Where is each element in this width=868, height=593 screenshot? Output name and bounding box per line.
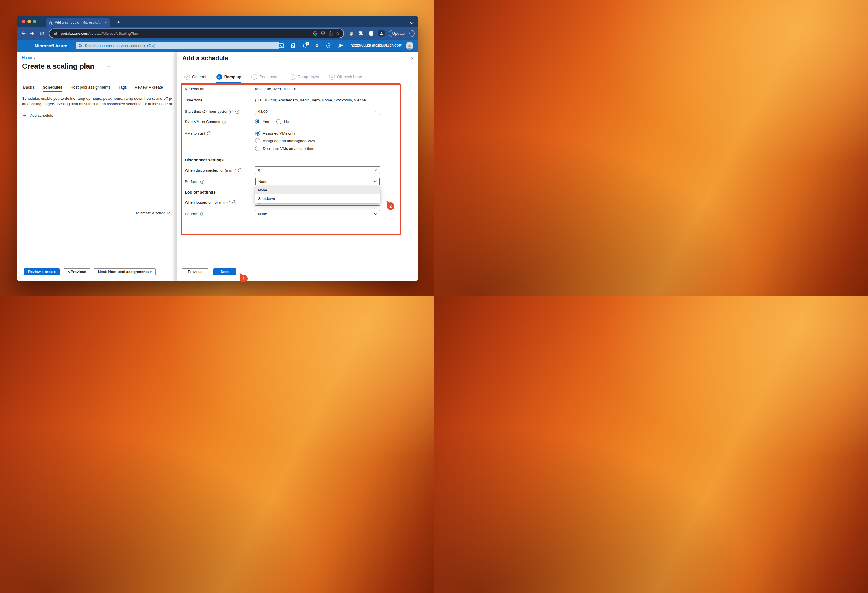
info-icon[interactable]: i	[222, 120, 226, 124]
radio-icon	[276, 119, 281, 124]
azure-brand[interactable]: Microsoft Azure	[34, 43, 67, 48]
browser-window: Add a schedule - Microsoft Azu × + porta…	[17, 16, 418, 281]
perform-disconnect-dropdown[interactable]: None	[255, 178, 380, 185]
step-done-check-icon: ✓	[184, 74, 190, 80]
back-icon[interactable]	[20, 31, 26, 36]
browser-toolbar: portal.azure.com /#create/Microsoft.Scal…	[17, 27, 418, 40]
tab-basics[interactable]: Basics	[23, 85, 35, 92]
breadcrumb-home-link[interactable]: Home	[22, 55, 32, 60]
step-off-peak-hours[interactable]: 5 Off-peak hours	[329, 74, 363, 83]
vms-assigned-unassigned-radio[interactable]: Assigned and unassigned VMs	[255, 138, 315, 143]
tab-schedules[interactable]: Schedules	[43, 85, 62, 92]
tab-review-create[interactable]: Review + create	[134, 85, 163, 92]
when-disconnected-input[interactable]	[255, 167, 380, 174]
help-icon[interactable]: ?	[326, 43, 331, 48]
vms-dont-turn-on-radio[interactable]: Don't turn VMs on at start time	[255, 146, 314, 151]
account-name[interactable]: ROZEMULLER (ROZEMULLER.COM)	[351, 44, 402, 47]
wizard-steps: ✓ General 2 Ramp-up 3 Peak hours 4 Ramp-…	[184, 74, 363, 83]
share-icon[interactable]	[328, 31, 333, 36]
account-avatar[interactable]	[406, 42, 413, 50]
schedules-description-line1: Schedules enable you to define ramp-up h…	[22, 96, 172, 101]
start-vm-yes-radio[interactable]: Yes	[255, 119, 269, 124]
forward-icon[interactable]	[30, 31, 35, 36]
step-general[interactable]: ✓ General	[184, 74, 206, 83]
info-icon[interactable]: i	[200, 180, 204, 184]
panel-next-button[interactable]: Next	[213, 268, 236, 275]
tab-title: Add a schedule - Microsoft Azu	[55, 21, 103, 25]
cloud-shell-icon[interactable]	[279, 43, 284, 48]
notifications-bell-icon[interactable]: 1	[302, 43, 308, 48]
panel-footer-buttons: Previous Next	[182, 268, 236, 275]
step-ramp-up[interactable]: 2 Ramp-up	[216, 74, 242, 83]
info-icon[interactable]: i	[235, 109, 239, 114]
repeats-on-label: Repeats on	[185, 87, 204, 91]
step-general-label: General	[192, 75, 206, 79]
side-panel-icon[interactable]	[368, 30, 374, 37]
step-peak-hours[interactable]: 3 Peak hours	[251, 74, 279, 83]
dropdown-option-shutdown[interactable]: Shutdown	[255, 194, 380, 203]
reload-icon[interactable]	[39, 31, 45, 36]
callout-badge-1: 1	[240, 275, 248, 282]
panel-previous-button[interactable]: Previous	[182, 268, 208, 275]
settings-gear-icon[interactable]: ⚙	[314, 43, 320, 48]
google-icon[interactable]	[313, 31, 318, 36]
time-zone-value: (UTC+01:00) Amsterdam, Berlin, Bern, Rom…	[255, 98, 366, 102]
new-tab-button[interactable]: +	[117, 19, 120, 25]
directory-filter-icon[interactable]	[291, 43, 296, 48]
feedback-icon[interactable]	[338, 43, 343, 48]
step-ramp-down[interactable]: 4 Ramp-down	[289, 74, 319, 83]
search-input[interactable]	[85, 43, 276, 48]
tab-close-icon[interactable]: ×	[105, 20, 107, 25]
vms-assigned-only-radio[interactable]: Assigned VMs only	[255, 130, 295, 136]
dropdown-option-none[interactable]: None	[255, 186, 380, 194]
update-button[interactable]: Update ⋮	[389, 30, 415, 37]
browser-menu-icon[interactable]: ⋮	[407, 32, 411, 35]
start-vm-no-radio[interactable]: No	[276, 119, 289, 124]
close-window-button[interactable]	[22, 20, 25, 23]
info-icon[interactable]: i	[200, 212, 204, 216]
tab-tags[interactable]: Tags	[118, 85, 127, 92]
page-scrollbar[interactable]	[174, 52, 177, 281]
install-app-icon[interactable]	[320, 31, 326, 36]
raccoon-extension-icon[interactable]	[348, 30, 354, 37]
add-schedule-link[interactable]: + Add schedule	[23, 113, 53, 118]
browser-profile-avatar[interactable]	[378, 30, 385, 37]
hamburger-menu-icon[interactable]	[21, 44, 26, 47]
logoff-settings-heading: Log off settings	[185, 190, 216, 194]
when-disconnected-label: When disconnected for (min) * i	[185, 168, 242, 172]
review-create-button[interactable]: Review + create	[24, 268, 60, 275]
create-scaling-plan-page: Home › Create a scaling plan ··· Basics …	[17, 52, 177, 281]
close-panel-icon[interactable]: ×	[410, 56, 414, 61]
tab-host-pool-assignments[interactable]: Host pool assignments	[70, 85, 111, 92]
minimize-window-button[interactable]	[27, 20, 31, 23]
next-tab-button[interactable]: Next: Host pool assignments >	[94, 268, 156, 275]
more-options-icon[interactable]: ···	[106, 64, 111, 69]
info-icon[interactable]: i	[238, 169, 242, 172]
lock-icon[interactable]	[53, 31, 58, 36]
tab-search-chevron-icon[interactable]	[410, 22, 414, 24]
breadcrumb: Home ›	[22, 55, 35, 60]
azure-favicon	[48, 20, 53, 25]
info-icon[interactable]: i	[207, 132, 211, 135]
url-bar[interactable]: portal.azure.com /#create/Microsoft.Scal…	[49, 29, 343, 38]
radio-selected-icon	[255, 130, 260, 136]
page-title: Create a scaling plan	[22, 62, 94, 71]
bookmark-star-icon[interactable]: ☆	[336, 31, 340, 36]
step-2-circle: 2	[216, 74, 222, 80]
maximize-window-button[interactable]	[33, 20, 37, 23]
callout-badge-2: 2	[387, 203, 394, 210]
perform-logoff-label: Perform i	[185, 212, 204, 216]
info-icon[interactable]: i	[232, 200, 236, 204]
required-icon: *	[232, 109, 233, 114]
time-zone-label: Time zone	[185, 98, 202, 102]
portal-content: Home › Create a scaling plan ··· Basics …	[17, 52, 418, 281]
browser-tab[interactable]: Add a schedule - Microsoft Azu ×	[46, 18, 110, 27]
extensions-puzzle-icon[interactable]	[358, 30, 364, 37]
previous-tab-button[interactable]: < Previous	[63, 268, 90, 275]
start-time-input-wrap: ✓	[255, 108, 380, 115]
required-icon: *	[235, 168, 236, 172]
perform-logoff-dropdown[interactable]: None	[255, 210, 380, 217]
start-time-input[interactable]	[255, 108, 380, 115]
step-3-circle: 3	[251, 74, 257, 80]
azure-search-box[interactable]	[76, 42, 279, 49]
